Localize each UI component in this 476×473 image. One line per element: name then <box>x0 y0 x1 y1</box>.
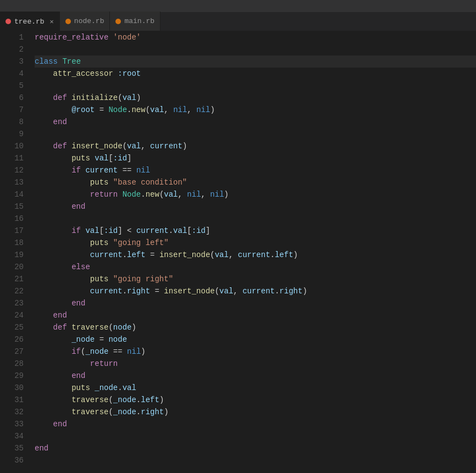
tab-label: tree.rb <box>14 18 45 26</box>
line-num-30: 30 <box>0 382 24 394</box>
line-num-15: 15 <box>0 201 24 213</box>
code-line-3: class Tree <box>35 55 476 68</box>
line-num-35: 35 <box>0 442 24 454</box>
code-line-content-3: class Tree <box>35 55 81 68</box>
code-line-content-6: def initialize(val) <box>35 92 141 104</box>
line-num-13: 13 <box>0 176 24 188</box>
line-num-2: 2 <box>0 43 24 55</box>
line-num-3: 3 <box>0 55 24 68</box>
code-line-36 <box>35 454 476 466</box>
code-line-19: current.left = insert_node(val, current.… <box>35 249 476 261</box>
code-line-21: puts "going right" <box>35 273 476 285</box>
code-line-25: def traverse(node) <box>35 321 476 333</box>
line-numbers-gutter: 1234567891011121314151617181920212223242… <box>0 31 30 473</box>
code-line-content-20: else <box>35 261 90 273</box>
code-line-4: attr_accessor :root <box>35 68 476 80</box>
line-num-27: 27 <box>0 346 24 358</box>
code-line-15: end <box>35 201 476 213</box>
line-num-36: 36 <box>0 454 24 466</box>
code-line-16 <box>35 213 476 225</box>
line-num-21: 21 <box>0 273 24 285</box>
code-line-9 <box>35 128 476 140</box>
code-line-content-8: end <box>35 116 67 128</box>
code-line-13: puts "base condition" <box>35 176 476 188</box>
code-line-content-31: traverse(_node.left) <box>35 394 164 406</box>
line-num-29: 29 <box>0 370 24 382</box>
code-line-23: end <box>35 297 476 309</box>
code-line-27: if(_node == nil) <box>35 346 476 358</box>
code-line-6: def initialize(val) <box>35 92 476 104</box>
code-line-content-1: require_relative 'node' <box>35 31 141 43</box>
code-line-content-32: traverse(_node.right) <box>35 406 169 418</box>
tab-tree-rb[interactable]: tree.rb ✕ <box>0 12 60 31</box>
line-num-10: 10 <box>0 140 24 152</box>
code-line-content-22: current.right = insert_node(val, current… <box>35 285 307 297</box>
line-num-11: 11 <box>0 152 24 164</box>
line-num-32: 32 <box>0 406 24 418</box>
tab-dot-icon <box>115 19 121 24</box>
code-line-content-33: end <box>35 418 67 430</box>
line-num-12: 12 <box>0 164 24 176</box>
editor-area: 1234567891011121314151617181920212223242… <box>0 31 476 473</box>
close-icon[interactable]: ✕ <box>50 18 54 26</box>
code-line-30: puts _node.val <box>35 382 476 394</box>
code-line-content-28: return <box>35 358 118 370</box>
line-num-24: 24 <box>0 309 24 321</box>
code-line-content-25: def traverse(node) <box>35 321 136 333</box>
line-num-5: 5 <box>0 80 24 92</box>
code-line-11: puts val[:id] <box>35 152 476 164</box>
line-num-25: 25 <box>0 321 24 333</box>
code-line-content-35: end <box>35 442 48 454</box>
code-line-32: traverse(_node.right) <box>35 406 476 418</box>
code-line-content-29: end <box>35 370 85 382</box>
code-line-content-17: if val[:id] < current.val[:id] <box>35 225 210 237</box>
line-num-34: 34 <box>0 430 24 442</box>
code-line-14: return Node.new(val, nil, nil) <box>35 188 476 201</box>
line-num-9: 9 <box>0 128 24 140</box>
code-line-8: end <box>35 116 476 128</box>
code-line-29: end <box>35 370 476 382</box>
code-line-content-12: if current == nil <box>35 164 150 176</box>
code-line-1: require_relative 'node' <box>35 31 476 43</box>
tab-dot-icon <box>5 19 11 24</box>
code-line-33: end <box>35 418 476 430</box>
line-num-17: 17 <box>0 225 24 237</box>
code-line-34 <box>35 430 476 442</box>
line-num-1: 1 <box>0 31 24 43</box>
line-num-6: 6 <box>0 92 24 104</box>
code-line-content-18: puts "going left" <box>35 237 169 249</box>
line-num-4: 4 <box>0 68 24 80</box>
code-line-content-13: puts "base condition" <box>35 176 187 188</box>
code-line-26: _node = node <box>35 333 476 346</box>
code-line-24: end <box>35 309 476 321</box>
tab-main-rb[interactable]: main.rb <box>110 12 160 31</box>
code-line-10: def insert_node(val, current) <box>35 140 476 152</box>
line-num-16: 16 <box>0 213 24 225</box>
code-line-content-24: end <box>35 309 67 321</box>
line-num-8: 8 <box>0 116 24 128</box>
code-line-20: else <box>35 261 476 273</box>
title-bar <box>0 0 476 12</box>
code-line-content-26: _node = node <box>35 333 127 346</box>
code-line-content-14: return Node.new(val, nil, nil) <box>35 188 229 201</box>
code-line-18: puts "going left" <box>35 237 476 249</box>
tab-node-rb[interactable]: node.rb <box>60 12 110 31</box>
line-num-23: 23 <box>0 297 24 309</box>
tab-dot-icon <box>65 19 71 24</box>
line-num-31: 31 <box>0 394 24 406</box>
code-line-content-10: def insert_node(val, current) <box>35 140 187 152</box>
code-line-17: if val[:id] < current.val[:id] <box>35 225 476 237</box>
code-content[interactable]: require_relative 'node'class Tree attr_a… <box>30 31 476 473</box>
code-line-content-4: attr_accessor :root <box>35 68 141 80</box>
line-num-33: 33 <box>0 418 24 430</box>
code-line-content-19: current.left = insert_node(val, current.… <box>35 249 298 261</box>
line-num-7: 7 <box>0 104 24 116</box>
line-num-26: 26 <box>0 333 24 346</box>
code-line-content-23: end <box>35 297 85 309</box>
line-num-19: 19 <box>0 249 24 261</box>
code-line-31: traverse(_node.left) <box>35 394 476 406</box>
line-num-14: 14 <box>0 188 24 201</box>
code-line-content-15: end <box>35 201 85 213</box>
line-num-18: 18 <box>0 237 24 249</box>
code-line-12: if current == nil <box>35 164 476 176</box>
